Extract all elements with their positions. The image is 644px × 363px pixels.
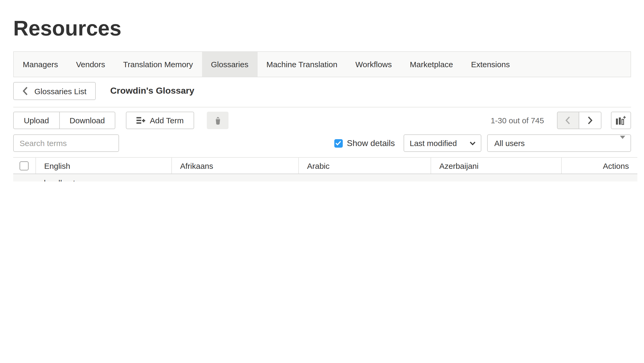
cell-english: localhostJun 03, 2019 • Khrystyna (khrys… [35,174,171,182]
cell-arabic: empty value [298,174,431,182]
sort-select-value: Last modified [410,139,457,148]
chevron-right-icon [587,116,592,124]
resources-page: Resources ManagersVendorsTranslation Mem… [0,0,644,182]
toolbar: Upload Download Add Term 1-30 out of 745 [13,112,631,129]
tab-extensions[interactable]: Extensions [462,52,519,77]
download-button[interactable]: Download [60,112,115,129]
sort-select[interactable]: Last modified [403,134,481,152]
add-term-button[interactable]: Add Term [126,112,194,129]
next-page-button[interactable] [579,112,601,129]
tab-bar: ManagersVendorsTranslation MemoryGlossar… [13,51,631,77]
show-details-toggle[interactable]: Show details [334,138,395,148]
column-header-afrikaans: Afrikaans [171,157,298,174]
trash-icon [213,116,222,125]
glossary-title: Crowdin's Glossary [110,86,194,96]
show-details-label: Show details [347,138,395,148]
list-plus-icon [137,116,146,124]
glossary-table: EnglishAfrikaansArabicAzerbaijaniActions… [13,157,637,182]
pager [557,112,601,129]
toolbar-right: 1-30 out of 745 [491,112,631,129]
table-body: localhostJun 03, 2019 • Khrystyna (khrys… [13,174,637,182]
table-row: localhostJun 03, 2019 • Khrystyna (khrys… [13,174,637,182]
add-term-label: Add Term [150,116,184,125]
tab-marketplace[interactable]: Marketplace [401,52,462,77]
delete-selected-button[interactable] [207,112,229,129]
subheader: Glossaries List Crowdin's Glossary [13,79,631,103]
column-header-english: English [35,157,171,174]
upload-download-group: Upload Download [13,112,116,129]
header-checkbox-cell [13,157,35,174]
cell-azerbaijani: empty value [431,174,561,182]
filter-row: Show details Last modified All users [13,134,631,152]
chevron-left-icon [565,116,570,124]
pagination-count: 1-30 out of 745 [491,116,544,125]
column-header-actions: Actions [561,157,637,174]
column-header-azerbaijani: Azerbaijani [431,157,561,174]
filter-right: Show details Last modified All users [334,134,631,152]
back-button-label: Glossaries List [34,87,86,96]
manage-columns-button[interactable] [611,112,631,129]
tab-vendors[interactable]: Vendors [67,52,114,77]
chevron-left-icon [23,87,28,95]
search-input[interactable] [13,134,119,152]
table-header-row: EnglishAfrikaansArabicAzerbaijaniActions [13,157,637,174]
users-select-value: All users [494,139,525,148]
tab-glossaries[interactable]: Glossaries [202,52,257,77]
cell-afrikaans: empty value [171,174,298,182]
row-actions-cell: EditDelete [561,174,637,182]
glossaries-list-back-button[interactable]: Glossaries List [13,82,96,100]
tab-machine-translation[interactable]: Machine Translation [257,52,346,77]
row-checkbox-cell [13,174,35,182]
tab-workflows[interactable]: Workflows [346,52,401,77]
subheader-divider [13,107,631,107]
term-text: localhost [44,178,166,182]
page-title: Resources [0,0,644,40]
checkbox-checked-icon [334,139,343,147]
tab-managers[interactable]: Managers [14,52,67,77]
column-header-arabic: Arabic [298,157,431,174]
tab-translation-memory[interactable]: Translation Memory [114,52,202,77]
triangle-down-icon [620,139,625,148]
users-select[interactable]: All users [487,134,631,152]
upload-button[interactable]: Upload [13,112,60,129]
prev-page-button[interactable] [557,112,579,129]
columns-plus-icon [616,116,626,125]
select-all-checkbox[interactable] [20,162,29,171]
chevron-down-icon [469,141,475,145]
